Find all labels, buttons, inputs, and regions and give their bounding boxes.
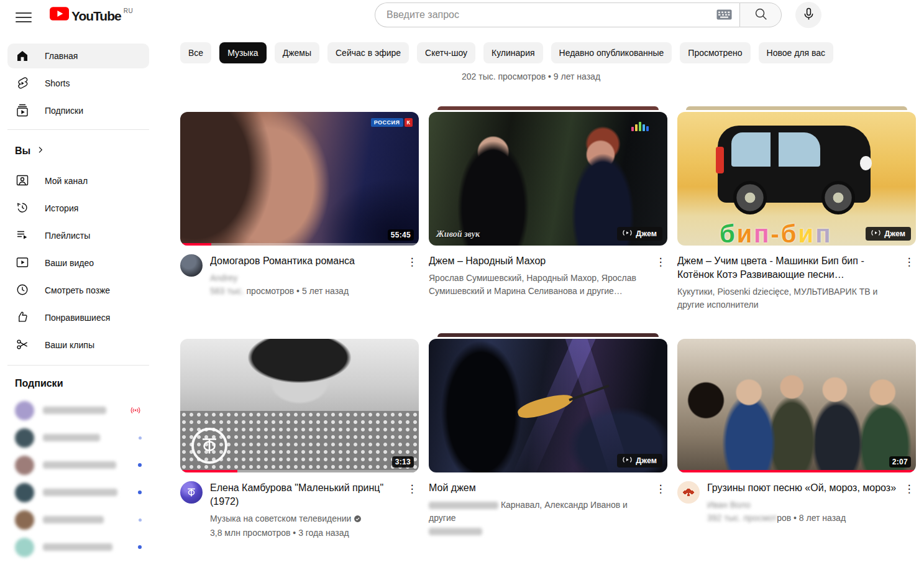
channel-avatar	[15, 456, 34, 475]
chip-all[interactable]: Все	[180, 42, 211, 63]
more-options-button[interactable]: ⋮	[405, 482, 419, 495]
channel-name-blurred	[43, 516, 104, 523]
more-options-button[interactable]: ⋮	[654, 256, 667, 268]
sidebar-item-playlists[interactable]: Плейлисты	[7, 222, 149, 249]
sidebar-item-subscriptions[interactable]: Подписки	[7, 98, 149, 123]
more-options-button[interactable]: ⋮	[405, 256, 419, 268]
subscription-channel[interactable]	[7, 479, 149, 506]
channel-name-blurred	[43, 489, 117, 496]
chip-new-to-you[interactable]: Новое для вас	[759, 42, 834, 63]
youtube-logo[interactable]: YouTube RU	[50, 7, 133, 25]
new-content-dot	[138, 491, 142, 494]
new-content-dot	[139, 518, 142, 522]
mix-card: бип-бип Джем Джем – Учим цвета - Машинки…	[677, 112, 916, 311]
video-title[interactable]: Джем – Народный Махор	[429, 254, 651, 268]
search-area	[375, 2, 782, 27]
mix-artists: Карнавал, Александр Иванов и другие	[429, 499, 651, 525]
channel-avatar	[15, 428, 34, 448]
you-section-title: Вы	[15, 145, 30, 157]
chip-music[interactable]: Музыка	[219, 42, 267, 63]
channel-avatar	[15, 483, 34, 502]
mix-stack-edge	[437, 106, 659, 110]
shorts-icon	[15, 76, 30, 91]
more-options-button[interactable]: ⋮	[902, 256, 916, 268]
sidebar-item-label: Shorts	[45, 78, 70, 88]
duration-badge: 55:45	[388, 229, 414, 241]
sidebar-divider	[7, 129, 149, 130]
video-title[interactable]: Домогаров Романтика романса	[210, 254, 403, 268]
chevron-right-icon	[35, 145, 45, 157]
chip-jams[interactable]: Джемы	[275, 42, 319, 63]
video-title[interactable]: Елена Камбурова "Маленький принц" (1972)	[210, 481, 403, 509]
blurred-text	[429, 528, 482, 535]
voice-search-button[interactable]	[795, 2, 821, 28]
sidebar-item-shorts[interactable]: Shorts	[7, 71, 149, 96]
channel-avatar	[15, 538, 34, 557]
subscription-channel[interactable]	[7, 533, 149, 561]
equalizer-logo-icon	[631, 122, 649, 131]
video-thumbnail[interactable]: Живой звук Джем	[429, 112, 667, 246]
video-title[interactable]: Мой джем	[429, 481, 651, 495]
video-meta: 583 тыс. просмотров • 5 лет назад	[210, 285, 403, 298]
tv-logo-watermark	[191, 428, 227, 464]
search-button[interactable]	[739, 2, 782, 27]
chip-sketch[interactable]: Скетч-шоу	[417, 42, 475, 63]
channel-name[interactable]: Музыка на советском телевидении	[210, 512, 403, 527]
sidebar-item-label: Понравившиеся	[45, 313, 110, 323]
more-options-button[interactable]: ⋮	[902, 482, 916, 495]
sidebar-item-my-channel[interactable]: Мой канал	[7, 167, 149, 195]
subscription-channel[interactable]	[7, 424, 149, 451]
sidebar-item-label: Подписки	[45, 106, 83, 116]
video-thumbnail[interactable]: РОССИЯК 55:45	[180, 112, 419, 246]
history-icon	[15, 200, 30, 217]
my-channel-icon	[15, 173, 30, 190]
channel-avatar[interactable]	[677, 481, 700, 504]
new-content-dot	[139, 436, 142, 440]
channel-name-blurred[interactable]: Andrey	[210, 273, 237, 283]
subscription-channel[interactable]	[7, 397, 149, 424]
video-title[interactable]: Джем – Учим цвета - Машинки Бип бип - Ко…	[677, 254, 900, 282]
sidebar-item-label: Ваши клипы	[45, 340, 94, 350]
channel-name-blurred	[43, 407, 106, 414]
channel-name-blurred[interactable]: Иван Воло	[707, 500, 751, 510]
sidebar-divider	[7, 365, 149, 366]
video-thumbnail[interactable]: 2:07	[677, 339, 916, 472]
menu-button[interactable]	[16, 10, 32, 25]
duration-badge: 3:13	[392, 456, 414, 468]
channel-name-blurred	[43, 543, 112, 551]
more-options-button[interactable]: ⋮	[654, 482, 667, 495]
mix-stack-edge	[437, 333, 659, 337]
blurred-text	[429, 502, 498, 509]
watch-progress-bar	[677, 470, 916, 472]
jam-badge: Джем	[617, 454, 662, 468]
chip-live[interactable]: Сейчас в эфире	[327, 42, 409, 63]
sidebar-item-history[interactable]: История	[7, 195, 149, 222]
video-title[interactable]: Грузины поют песню «Ой, мороз, мороз»	[707, 481, 900, 495]
verified-badge-icon	[354, 515, 362, 525]
sidebar-item-label: Плейлисты	[45, 231, 90, 241]
chip-recently-uploaded[interactable]: Недавно опубликованные	[551, 42, 672, 63]
sidebar-item-your-videos[interactable]: Ваши видео	[7, 249, 149, 277]
video-thumbnail[interactable]: бип-бип Джем	[677, 112, 916, 246]
video-card: 2:07 Грузины поют песню «Ой, мороз, моро…	[677, 339, 916, 525]
video-thumbnail[interactable]: Джем	[429, 339, 667, 472]
sidebar-section-you[interactable]: Вы	[7, 136, 149, 167]
channel-avatar[interactable]	[180, 481, 203, 504]
sidebar-item-your-clips[interactable]: Ваши клипы	[7, 331, 149, 359]
channel-name-blurred	[43, 434, 100, 441]
search-input[interactable]	[375, 2, 739, 27]
channel-avatar[interactable]	[180, 254, 203, 277]
sidebar-item-label: История	[45, 203, 78, 213]
mix-stack-edge	[686, 106, 907, 110]
keyboard-icon[interactable]	[716, 9, 732, 22]
sidebar-item-liked-videos[interactable]: Понравившиеся	[7, 304, 149, 331]
watch-progress-bar	[180, 470, 419, 472]
subscription-channel[interactable]	[7, 506, 149, 533]
playlists-icon	[15, 228, 30, 244]
chip-cooking[interactable]: Кулинария	[483, 42, 543, 63]
video-thumbnail[interactable]: 3:13	[180, 339, 419, 472]
subscription-channel[interactable]	[7, 451, 149, 479]
chip-watched[interactable]: Просмотрено	[680, 42, 750, 63]
sidebar-item-home[interactable]: Главная	[7, 44, 149, 68]
sidebar-item-watch-later[interactable]: Смотреть позже	[7, 277, 149, 304]
